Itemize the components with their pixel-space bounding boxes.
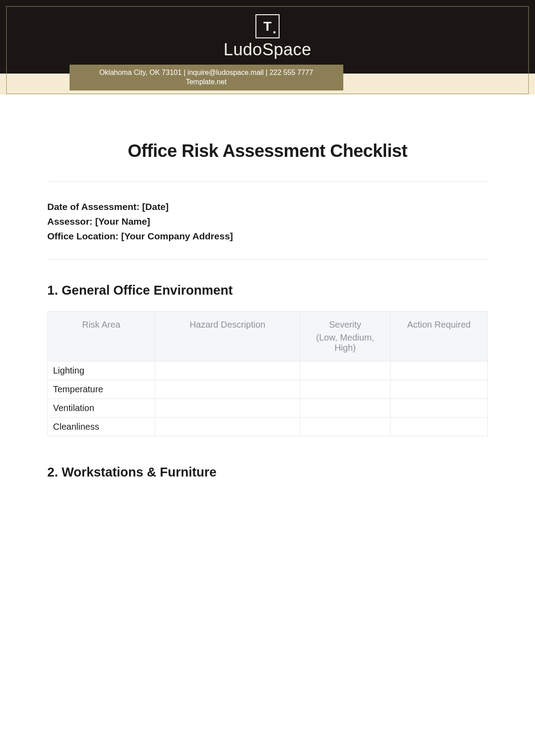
cell-risk-area: Lighting bbox=[48, 362, 155, 380]
meta-date-label: Date of Assessment: bbox=[47, 201, 140, 212]
logo-icon: T bbox=[255, 14, 280, 38]
page-title: Office Risk Assessment Checklist bbox=[47, 141, 488, 161]
company-name: LudoSpace bbox=[0, 40, 535, 59]
meta-location-value: [Your Company Address] bbox=[121, 231, 233, 241]
cell-hazard[interactable] bbox=[155, 418, 300, 436]
divider bbox=[47, 181, 488, 182]
header-region: T LudoSpace Oklahoma City, OK 73101 | in… bbox=[0, 0, 535, 100]
cell-risk-area: Temperature bbox=[48, 380, 155, 399]
section-heading-2: 2. Workstations & Furniture bbox=[47, 465, 488, 480]
table-row: Lighting bbox=[48, 362, 488, 380]
meta-location-label: Office Location: bbox=[47, 231, 119, 241]
table-header-row: Risk Area Hazard Description Severity (L… bbox=[48, 312, 488, 362]
content: Office Risk Assessment Checklist Date of… bbox=[0, 141, 535, 480]
divider bbox=[47, 259, 488, 260]
table-row: Cleanliness bbox=[48, 418, 488, 436]
contact-line: Oklahoma City, OK 73101 | inquire@ludosp… bbox=[78, 68, 334, 78]
col-severity-label: Severity bbox=[329, 320, 361, 329]
cell-risk-area: Cleanliness bbox=[48, 418, 155, 436]
template-line: Template.net bbox=[78, 78, 334, 87]
logo-letter: T bbox=[263, 19, 272, 33]
cell-hazard[interactable] bbox=[155, 362, 300, 380]
cell-severity[interactable] bbox=[300, 362, 391, 380]
cell-action[interactable] bbox=[391, 399, 488, 418]
risk-table-1: Risk Area Hazard Description Severity (L… bbox=[47, 311, 488, 436]
contact-bar: Oklahoma City, OK 73101 | inquire@ludosp… bbox=[70, 65, 343, 90]
col-action: Action Required bbox=[391, 312, 488, 362]
cell-severity[interactable] bbox=[300, 399, 391, 418]
cell-action[interactable] bbox=[391, 362, 488, 380]
meta-assessor-label: Assessor: bbox=[47, 216, 93, 226]
cell-risk-area: Ventilation bbox=[48, 399, 155, 418]
logo-dot-icon bbox=[273, 31, 276, 33]
meta-assessor-value: [Your Name] bbox=[95, 216, 150, 226]
table-row: Temperature bbox=[48, 380, 488, 399]
meta-date: Date of Assessment: [Date] bbox=[47, 201, 488, 212]
col-risk-area: Risk Area bbox=[48, 312, 155, 362]
header-black-band: T LudoSpace bbox=[0, 0, 535, 74]
cell-hazard[interactable] bbox=[155, 399, 300, 418]
cell-severity[interactable] bbox=[300, 418, 391, 436]
col-severity-sub: (Low, Medium, High) bbox=[305, 333, 386, 353]
cell-action[interactable] bbox=[391, 380, 488, 399]
meta-location: Office Location: [Your Company Address] bbox=[47, 231, 488, 242]
cell-hazard[interactable] bbox=[155, 380, 300, 399]
meta-assessor: Assessor: [Your Name] bbox=[47, 216, 488, 227]
section-heading-1: 1. General Office Environment bbox=[47, 283, 488, 298]
cell-severity[interactable] bbox=[300, 380, 391, 399]
cell-action[interactable] bbox=[391, 418, 488, 436]
logo-block: T LudoSpace bbox=[0, 0, 535, 59]
col-hazard: Hazard Description bbox=[155, 312, 300, 362]
col-severity: Severity (Low, Medium, High) bbox=[300, 312, 391, 362]
table-row: Ventilation bbox=[48, 399, 488, 418]
meta-date-value: [Date] bbox=[142, 201, 169, 212]
